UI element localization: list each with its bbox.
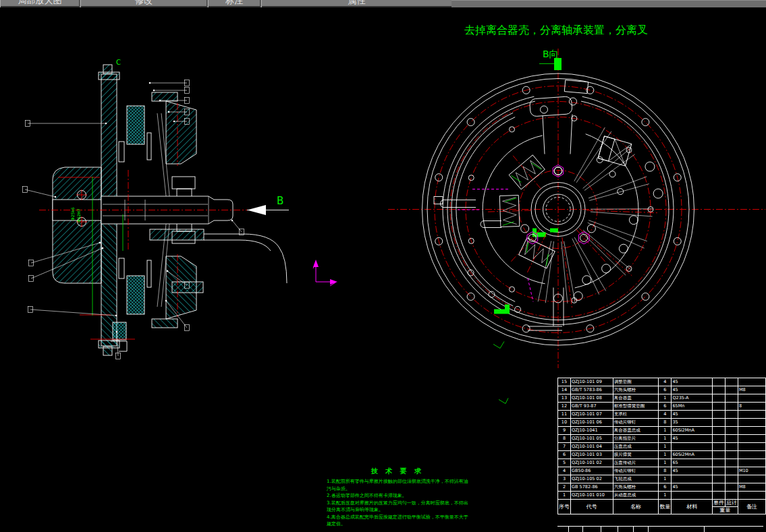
diaphragm-spring-line	[157, 113, 167, 202]
diaphragm-finger	[588, 223, 645, 248]
bom-cell-no: 9	[558, 427, 571, 435]
tech-item: 4.离合器总成装配完毕后应按规定进行动平衡试验，不平衡量不大于规定值。	[327, 514, 468, 528]
slot-end-hole	[618, 189, 624, 195]
bom-cell-no: 1	[558, 492, 571, 500]
bom-cell-name: 离合器盖总成	[613, 427, 659, 435]
leader-dot	[55, 196, 57, 198]
table-row: 2GB 5782-86六角头螺栓645M8	[558, 483, 766, 492]
highlighted-centerline	[528, 278, 533, 302]
bom-cell-mat: 45	[672, 411, 712, 419]
bom-cell-total	[725, 483, 738, 492]
bolt-hole	[642, 119, 649, 126]
bom-cell-unit	[712, 394, 725, 403]
hub-hole	[587, 225, 595, 233]
table-row: 4GB50-86传动片铆钉845M10	[558, 467, 766, 475]
lug	[564, 80, 588, 94]
bom-cell-no: 14	[558, 386, 571, 394]
bom-cell-no: 12	[558, 403, 571, 411]
tech-item: 3.装配后压盘对摩擦片的压紧力应均匀一致，分离时应彻底，不得出现分离不清与异响等…	[327, 500, 468, 514]
bom-cell-code: QZJ10-101 02	[571, 459, 613, 467]
bom-cell-no: 8	[558, 435, 571, 443]
bom-cell-unit	[712, 475, 725, 483]
bom-cell-total	[725, 467, 738, 475]
toolbar-button-properties[interactable]: 属性	[261, 0, 452, 7]
bom-cell-mat: 65Mn	[672, 403, 712, 411]
selection-grip[interactable]	[493, 342, 504, 349]
hub-hole	[521, 225, 529, 233]
release-sleeve	[177, 189, 192, 197]
section-view: Φ25k6 Φ62H7 C B	[23, 59, 290, 359]
bom-cell-remark	[738, 411, 765, 419]
bom-cell-unit	[712, 411, 725, 419]
bom-cell-no: 5	[558, 459, 571, 467]
header-no: 序号	[558, 500, 571, 514]
bom-cell-name: 膜片弹簧	[613, 451, 659, 459]
slot-end-hole	[597, 156, 603, 162]
diaphragm-finger	[589, 220, 647, 241]
toolbar-button-dimension[interactable]: 标注	[208, 0, 261, 7]
bom-cell-qty: 4	[659, 378, 672, 386]
bom-cell-qty: 1	[659, 492, 672, 500]
bom-cell-mat: 45	[672, 386, 712, 394]
leader-dot	[173, 121, 175, 123]
bom-cell-total	[725, 378, 738, 386]
toolbar-button-label: 标注	[209, 0, 260, 7]
bolt-hole	[642, 293, 649, 300]
view-direction-marker	[554, 58, 562, 70]
section-arrow-label: B	[277, 195, 283, 207]
technical-requirements: 技 术 要 求 1.装配前所有零件与摩擦片接触的部位须彻底清洗干净，不得沾有油污…	[327, 467, 468, 528]
crank-hub-section	[53, 167, 101, 283]
bom-cell-mat: 60Si2MnA	[672, 427, 712, 435]
bom-cell-name: 离合器盖	[613, 394, 659, 403]
bom-cell-name: 从动盘总成	[613, 492, 659, 500]
header-unit: 单件	[712, 500, 725, 507]
parts-list-table: 15QZJ10-101 09调整垫圈44514GB/T 5783-86六角头螺栓…	[557, 378, 766, 514]
bom-cell-unit	[712, 427, 725, 435]
header-material: 材料	[672, 500, 712, 514]
bom-cell-name: 压盘传动片	[613, 459, 659, 467]
toolbar-button-modify[interactable]: 修改	[80, 0, 207, 7]
header-remark: 备注	[738, 500, 765, 514]
bom-cell-mat: 45	[672, 483, 712, 492]
bom-cell-total	[725, 419, 738, 427]
bom-cell-code: QZJ10-1041	[571, 427, 613, 435]
diaphragm-finger	[545, 241, 553, 303]
radial-centerline	[576, 229, 605, 262]
bom-cell-name: 支承柱	[613, 411, 659, 419]
selection-grip[interactable]	[494, 305, 510, 314]
diaphragm-finger	[562, 241, 568, 303]
adjust-screw	[653, 189, 663, 198]
selection-grip[interactable]	[499, 398, 508, 404]
toolbar-button-detail-view[interactable]: 局部放大图	[0, 0, 80, 7]
bom-cell-remark	[738, 492, 765, 500]
slot-end-hole	[609, 171, 615, 177]
lever-pin	[582, 276, 591, 285]
bom-cell-mat	[672, 492, 712, 500]
radial-centerline	[527, 233, 546, 272]
detail-label: C	[116, 59, 121, 66]
bom-cell-name: 调整垫圈	[613, 378, 659, 386]
bom-cell-code: QZJ10-101 08	[571, 394, 613, 403]
leader-line	[232, 220, 242, 232]
dimension-text: Φ62H7	[76, 208, 81, 223]
lever-pin	[574, 292, 582, 301]
selection-grip[interactable]	[550, 229, 558, 233]
bolt-hole	[522, 325, 530, 332]
table-header-row: 序号 代号 名称 数量 材料 单件 总计 备注	[558, 500, 766, 507]
selection-grip[interactable]	[532, 229, 546, 237]
bom-cell-qty: 1	[659, 435, 672, 443]
bom-cell-qty: 8	[659, 467, 672, 475]
leader-dot	[153, 90, 155, 92]
table-row: 8QZJ10-101 05分离指垫片145	[558, 435, 766, 443]
dimension-text: Φ25k6	[70, 207, 75, 220]
lever-pin	[602, 264, 611, 273]
bom-cell-remark	[738, 394, 765, 403]
bom-cell-remark: M8	[738, 483, 765, 492]
bom-cell-unit	[712, 419, 725, 427]
diaphragm-finger	[591, 212, 653, 216]
flywheel-section	[101, 74, 117, 210]
bom-cell-name: 六角头螺栓	[613, 483, 659, 492]
leader-dot	[231, 220, 234, 222]
bolt-hole	[467, 293, 474, 300]
bom-cell-no: 6	[558, 451, 571, 459]
